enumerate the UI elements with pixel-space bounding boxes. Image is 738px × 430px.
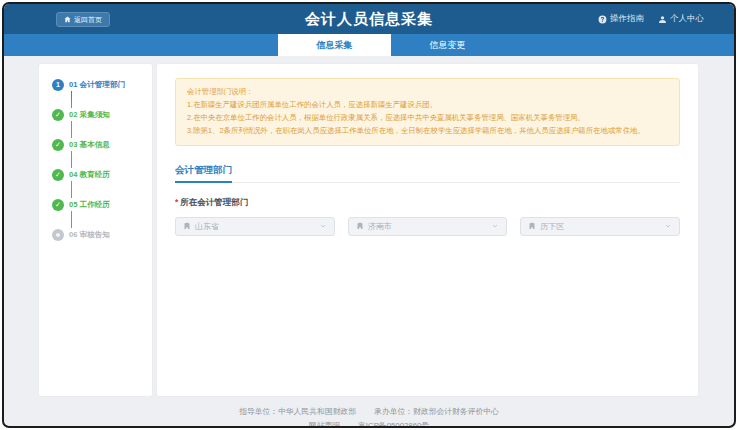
footer-line-legal: 网站声明京ICP备05002860号 (4, 419, 734, 426)
step-label: 04 教育经历 (69, 170, 110, 180)
step-connector (71, 211, 72, 228)
building-icon (356, 222, 364, 230)
tab-info-change[interactable]: 信息变更 (391, 34, 504, 56)
select-city[interactable]: 济南市 (348, 217, 508, 236)
icp-number: 京ICP备05002860号 (358, 421, 429, 426)
guide-link-label: 操作指南 (610, 13, 644, 25)
step-1-badge-icon: 1 (52, 79, 64, 91)
browser-frame: 返回首页 会计人员信息采集 操作指南 个人中心 信息采集 信息变更 1 01 会… (2, 2, 736, 428)
select-city-value: 济南市 (368, 221, 488, 232)
site-statement-link[interactable]: 网站声明 (309, 421, 340, 426)
select-district[interactable]: 历下区 (520, 217, 680, 236)
building-icon (528, 222, 536, 230)
step-work-history[interactable]: ✓ 05 工作经历 (52, 198, 152, 211)
region-select-group: 山东省 济南市 历下区 (175, 217, 680, 236)
app-header: 返回首页 会计人员信息采集 操作指南 个人中心 (4, 4, 734, 34)
step-connector (71, 121, 72, 138)
tab-info-collection[interactable]: 信息采集 (278, 34, 391, 56)
footer-sponsor: 指导单位：中华人民共和国财政部 (239, 407, 356, 416)
check-icon: ✓ (52, 139, 64, 151)
field-label: *所在会计管理部门 (175, 197, 680, 209)
select-district-value: 历下区 (540, 221, 660, 232)
header-actions: 操作指南 个人中心 (598, 4, 704, 34)
required-mark: * (175, 197, 178, 207)
tab-bar: 信息采集 信息变更 (4, 34, 734, 56)
home-button-label: 返回首页 (74, 15, 102, 25)
footer-line-units: 指导单位：中华人民共和国财政部承办单位：财政部会计财务评价中心 (4, 405, 734, 419)
step-connector (71, 151, 72, 168)
step-review-notice[interactable]: 06 审核告知 (52, 228, 152, 241)
check-icon: ✓ (52, 109, 64, 121)
step-label: 03 基本信息 (69, 140, 110, 150)
chevron-down-icon (491, 222, 499, 230)
step-connector (71, 91, 72, 108)
tabs: 信息采集 信息变更 (278, 34, 504, 56)
steps-sidebar: 1 01 会计管理部门 ✓ 02 采集须知 ✓ 03 基本信息 ✓ 04 教育经… (39, 64, 152, 396)
check-icon: ✓ (52, 199, 64, 211)
step-education-history[interactable]: ✓ 04 教育经历 (52, 168, 152, 181)
building-icon (183, 222, 191, 230)
home-icon (64, 16, 71, 23)
chevron-down-icon (664, 222, 672, 230)
notice-line: 2.在中央在京单位工作的会计人员，根据单位行政隶属关系，应选择中共中央直属机关事… (187, 112, 668, 125)
step-connector (71, 181, 72, 198)
main-panel: 会计管理部门说明： 1.在新疆生产建设兵团所属单位工作的会计人员，应选择新疆生产… (157, 64, 698, 396)
select-province-value: 山东省 (195, 221, 315, 232)
step-collection-notice[interactable]: ✓ 02 采集须知 (52, 108, 152, 121)
cards-row: 1 01 会计管理部门 ✓ 02 采集须知 ✓ 03 基本信息 ✓ 04 教育经… (4, 56, 734, 396)
home-button[interactable]: 返回首页 (56, 12, 110, 27)
step-basic-info[interactable]: ✓ 03 基本信息 (52, 138, 152, 151)
profile-link-label: 个人中心 (670, 13, 704, 25)
section-title: 会计管理部门 (175, 164, 232, 183)
chevron-down-icon (319, 222, 327, 230)
step-label: 06 审核告知 (69, 230, 110, 240)
step-label: 05 工作经历 (69, 200, 110, 210)
page-footer: 指导单位：中华人民共和国财政部承办单位：财政部会计财务评价中心 网站声明京ICP… (4, 396, 734, 426)
notice-box: 会计管理部门说明： 1.在新疆生产建设兵团所属单位工作的会计人员，应选择新疆生产… (175, 78, 680, 146)
footer-organizer: 承办单位：财政部会计财务评价中心 (374, 407, 499, 416)
user-icon (658, 15, 667, 24)
check-icon: ✓ (52, 169, 64, 181)
content-area: 1 01 会计管理部门 ✓ 02 采集须知 ✓ 03 基本信息 ✓ 04 教育经… (4, 56, 734, 426)
select-province[interactable]: 山东省 (175, 217, 335, 236)
pending-circle-icon (52, 229, 64, 241)
question-circle-icon (598, 15, 607, 24)
notice-line: 3.除第1、2条所列情况外，在职在岗人员应选择工作单位所在地，全日制在校学生应选… (187, 125, 668, 138)
step-label: 02 采集须知 (69, 110, 110, 120)
guide-link[interactable]: 操作指南 (598, 13, 644, 25)
notice-title: 会计管理部门说明： (187, 86, 668, 99)
step-label: 01 会计管理部门 (69, 80, 125, 90)
section-title-row: 会计管理部门 (175, 159, 680, 183)
step-accounting-dept[interactable]: 1 01 会计管理部门 (52, 78, 152, 91)
notice-line: 1.在新疆生产建设兵团所属单位工作的会计人员，应选择新疆生产建设兵团。 (187, 99, 668, 112)
profile-link[interactable]: 个人中心 (658, 13, 704, 25)
